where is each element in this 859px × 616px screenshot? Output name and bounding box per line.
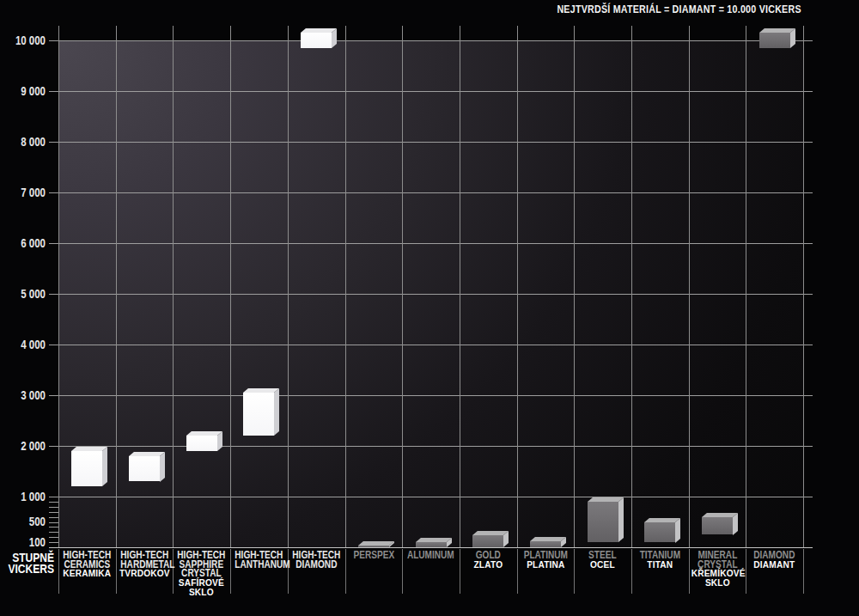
bar-front-titanium [644,522,675,543]
y-tick-label-5000: 5 000 [9,288,46,301]
y-tick-label-500: 500 [9,515,46,528]
gridline-v-10 [631,26,632,547]
y-tick-label-10000: 10 000 [9,34,46,47]
bar-side-face-steel [618,497,624,542]
gridline-h-2000 [49,446,813,447]
y-minor-tick-400 [49,527,58,528]
y-tick-label-7000: 7 000 [9,186,46,199]
gridline-h-3000 [49,395,813,396]
y-tick-label-1000: 1 000 [9,491,46,503]
gridline-v-3 [230,26,231,547]
category-label-diamond: DIAMONDDIAMANT [746,551,803,570]
category-label-high-tech-hardmetal: HIGH-TECHHARDMETALTVRDOKOV [116,551,174,578]
gridline-h-9000 [49,91,813,92]
y-minor-tick-500 [49,522,58,523]
bar-front-aluminum [416,542,447,547]
bar-front-perspex [358,546,389,547]
y-axis-title-line-2: VICKERS [8,564,54,575]
bar-side-face-high-tech-hardmetal [160,452,165,482]
gridline-v-13 [803,26,804,547]
category-name-en-line-1: DIAMOND [292,560,340,570]
gridline-v-4 [288,26,289,547]
gridline-h-7000 [49,192,813,193]
y-tick-label-100: 100 [9,536,46,549]
category-label-high-tech-diamond: HIGH-TECHDIAMOND [288,551,345,569]
bar-front-high-tech-hardmetal [129,456,160,482]
bar-front-gold [472,535,503,547]
gridline-v-6 [402,26,403,547]
bar-front-high-tech-sapphire-crystal [186,436,217,451]
category-name-cz-line-1: SKLO [691,578,743,588]
bar-side-face-high-tech-lanthanum [274,388,279,436]
category-name-cz-line-0: OCEL [576,560,629,570]
category-label-steel: STEELOCEL [574,551,631,570]
gridline-h-10000 [49,40,813,41]
gridline-v-2 [173,26,174,547]
gridline-v-8 [517,26,518,547]
bar-side-face-titanium [675,517,680,542]
gridline-h-8000 [49,142,813,143]
category-name-cz-line-0: KERAMIKA [61,569,113,578]
bar-front-high-tech-ceramics [71,451,102,486]
vickers-hardness-chart: NEJTVRDŠÍ MATERIÁL = DIAMANT = 10.000 VI… [0,0,859,616]
bar-front-steel [588,502,618,542]
bar-side-face-high-tech-ceramics [102,447,107,486]
category-name-en-line-0: PERSPEX [350,551,398,560]
bar-front-high-tech-diamond [301,33,332,48]
gridline-v-7 [460,26,460,547]
y-tick-label-9000: 9 000 [9,85,46,98]
y-tick-label-4000: 4 000 [9,338,46,351]
y-tick-label-8000: 8 000 [9,136,46,149]
category-name-cz-line-0: PLATINA [519,560,571,570]
label-separator-13 [803,549,804,594]
x-axis-baseline [49,547,813,548]
category-label-high-tech-ceramics: HIGH-TECHCERAMICSKERAMIKA [58,551,116,578]
y-tick-label-2000: 2 000 [9,440,46,453]
y-minor-tick-100 [49,542,58,543]
gridline-h-1000 [49,497,813,497]
category-label-high-tech-sapphire-crystal: HIGH-TECHSAPPHIRECRYSTALSAFÍROVÉSKLO [173,551,230,597]
gridline-v-0 [58,26,59,547]
category-name-cz-line-0: ZLATO [461,560,514,570]
y-minor-tick-200 [49,537,58,538]
y-tick-label-6000: 6 000 [9,237,46,250]
bar-front-diamond [759,33,790,48]
y-tick-label-3000: 3 000 [9,389,46,402]
category-label-high-tech-lanthanum: HIGH-TECHLANTHANUM [230,551,288,569]
category-name-cz-line-0: DIAMANT [748,560,801,570]
bar-front-mineral-crystal [702,517,733,535]
gridline-v-12 [746,26,746,547]
category-label-aluminum: ALUMINUM [402,551,460,560]
category-name-cz-line-0: TVRDOKOV [118,569,170,578]
y-axis-title: STUPNĚ VICKERS [0,552,54,574]
y-minor-tick-300 [49,532,58,533]
category-name-cz-line-0: TITAN [634,560,686,570]
bar-front-platinum [530,541,561,547]
gridline-v-9 [574,26,575,547]
category-name-cz-line-1: SKLO [175,588,228,597]
gridline-h-6000 [49,243,813,244]
bar-front-high-tech-lanthanum [243,393,274,436]
gridline-v-5 [345,26,346,547]
gridline-h-4000 [49,345,813,345]
category-name-en-line-1: LANTHANUM [235,560,283,570]
gridline-v-1 [116,26,117,547]
y-minor-tick-900 [49,502,58,503]
gridline-v-11 [689,26,690,547]
category-label-titanium: TITANIUMTITAN [631,551,689,570]
chart-title: NEJTVRDŠÍ MATERIÁL = DIAMANT = 10.000 VI… [557,3,801,15]
y-minor-tick-800 [49,507,58,508]
y-minor-tick-600 [49,517,58,518]
gridline-h-5000 [49,294,813,295]
category-label-mineral-crystal: MINERALCRYSTALKŘEMÍKOVÉSKLO [689,551,746,588]
category-name-en-line-0: ALUMINUM [407,551,455,560]
category-label-gold: GOLDZLATO [460,551,517,570]
category-label-perspex: PERSPEX [345,551,403,560]
y-minor-tick-700 [49,512,58,513]
category-label-platinum: PLATINUMPLATINA [517,551,575,570]
